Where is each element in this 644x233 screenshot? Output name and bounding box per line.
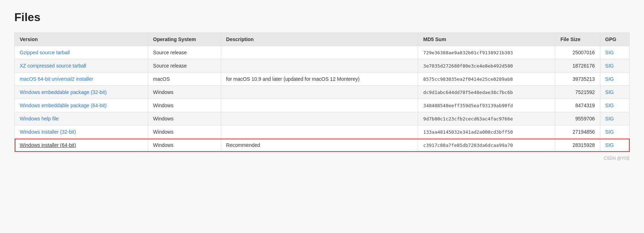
sig-link[interactable]: SIG xyxy=(605,89,614,95)
filesize-cell: 28315928 xyxy=(555,139,600,152)
sig-link[interactable]: SIG xyxy=(605,129,614,135)
version-cell[interactable]: Windows embeddable package (64-bit) xyxy=(15,99,148,112)
table-row: Windows help fileWindows9d7b80c1c23cfb2c… xyxy=(15,112,630,125)
filesize-cell: 27194856 xyxy=(555,125,600,139)
col-os: Operating System xyxy=(148,33,221,46)
os-cell: Windows xyxy=(148,99,221,112)
version-link[interactable]: Windows embeddable package (64-bit) xyxy=(20,103,107,108)
filesize-cell: 18726176 xyxy=(555,59,600,73)
version-link[interactable]: XZ compressed source tarball xyxy=(20,63,86,69)
md5-cell: c3917c08a7fe85db7203da6dcaa99a70 xyxy=(418,139,555,152)
os-cell: Windows xyxy=(148,139,221,152)
col-description: Description xyxy=(221,33,418,46)
gpg-cell[interactable]: SIG xyxy=(600,112,629,125)
version-link[interactable]: Windows embeddable package (32-bit) xyxy=(20,89,107,95)
version-text: Windows installer (64-bit) xyxy=(20,142,76,148)
os-cell: Windows xyxy=(148,112,221,125)
md5-cell: 3e7035d272680f80e3ce4e8eb492d580 xyxy=(418,59,555,73)
files-table: Version Operating System Description MD5… xyxy=(14,33,630,152)
description-cell: Recommended xyxy=(221,139,418,152)
col-gpg: GPG xyxy=(600,33,629,46)
version-cell[interactable]: Gzipped source tarball xyxy=(15,46,148,59)
os-cell: Windows xyxy=(148,125,221,139)
version-cell[interactable]: macOS 64-bit universal2 installer xyxy=(15,73,148,86)
md5-cell: 9d7b80c1c23cfb2cecd63ac4fac9766e xyxy=(418,112,555,125)
table-row: Windows installer (32-bit)Windows133aa48… xyxy=(15,125,630,139)
version-link[interactable]: Gzipped source tarball xyxy=(20,50,70,55)
table-row: macOS 64-bit universal2 installermacOSfo… xyxy=(15,73,630,86)
col-filesize: File Size xyxy=(555,33,600,46)
table-row: Windows installer (64-bit)WindowsRecomme… xyxy=(15,139,630,152)
description-cell: for macOS 10.9 and later (updated for ma… xyxy=(221,73,418,86)
filesize-cell: 9559706 xyxy=(555,112,600,125)
version-link[interactable]: macOS 64-bit universal2 installer xyxy=(20,76,93,82)
description-cell xyxy=(221,46,418,59)
md5-cell: 340408540eeff359d5eaf93139ab90fd xyxy=(418,99,555,112)
os-cell: Source release xyxy=(148,59,221,73)
gpg-cell[interactable]: SIG xyxy=(600,59,629,73)
sig-link[interactable]: SIG xyxy=(605,103,614,108)
version-link[interactable]: Windows installer (32-bit) xyxy=(20,129,76,135)
filesize-cell: 25007016 xyxy=(555,46,600,59)
sig-link[interactable]: SIG xyxy=(605,50,614,55)
os-cell: Source release xyxy=(148,46,221,59)
table-header: Version Operating System Description MD5… xyxy=(15,33,630,46)
table-row: Windows embeddable package (32-bit)Windo… xyxy=(15,86,630,99)
os-cell: macOS xyxy=(148,73,221,86)
version-cell: Windows installer (64-bit) xyxy=(15,139,148,152)
version-cell[interactable]: XZ compressed source tarball xyxy=(15,59,148,73)
sig-link[interactable]: SIG xyxy=(605,142,614,148)
os-cell: Windows xyxy=(148,86,221,99)
filesize-cell: 8474319 xyxy=(555,99,600,112)
table-row: XZ compressed source tarballSource relea… xyxy=(15,59,630,73)
page-title: Files xyxy=(14,11,630,24)
description-cell xyxy=(221,59,418,73)
version-link[interactable]: Windows help file xyxy=(20,116,59,122)
gpg-cell[interactable]: SIG xyxy=(600,99,629,112)
sig-link[interactable]: SIG xyxy=(605,76,614,82)
description-cell xyxy=(221,112,418,125)
filesize-cell: 7521592 xyxy=(555,86,600,99)
md5-cell: 729e36388ae9a832b01cf9138921b383 xyxy=(418,46,555,59)
gpg-cell[interactable]: SIG xyxy=(600,139,629,152)
col-md5: MD5 Sum xyxy=(418,33,555,46)
description-cell xyxy=(221,86,418,99)
version-cell[interactable]: Windows embeddable package (32-bit) xyxy=(15,86,148,99)
version-cell[interactable]: Windows help file xyxy=(15,112,148,125)
table-row: Windows embeddable package (64-bit)Windo… xyxy=(15,99,630,112)
col-version: Version xyxy=(15,33,148,46)
sig-link[interactable]: SIG xyxy=(605,63,614,69)
description-cell xyxy=(221,99,418,112)
md5-cell: 133aa48145032e341ad2a000cd3bff50 xyxy=(418,125,555,139)
gpg-cell[interactable]: SIG xyxy=(600,125,629,139)
md5-cell: 8575cc983035ea2f0414e25ce0289ab8 xyxy=(418,73,555,86)
filesize-cell: 39735213 xyxy=(555,73,600,86)
md5-cell: dc9d1abc644dd78f5e48edae38c7bc6b xyxy=(418,86,555,99)
watermark: CSDN @YI瑶 xyxy=(14,155,630,162)
description-cell xyxy=(221,125,418,139)
table-body: Gzipped source tarballSource release729e… xyxy=(15,46,630,152)
version-cell[interactable]: Windows installer (32-bit) xyxy=(15,125,148,139)
sig-link[interactable]: SIG xyxy=(605,116,614,122)
gpg-cell[interactable]: SIG xyxy=(600,73,629,86)
gpg-cell[interactable]: SIG xyxy=(600,46,629,59)
table-row: Gzipped source tarballSource release729e… xyxy=(15,46,630,59)
gpg-cell[interactable]: SIG xyxy=(600,86,629,99)
